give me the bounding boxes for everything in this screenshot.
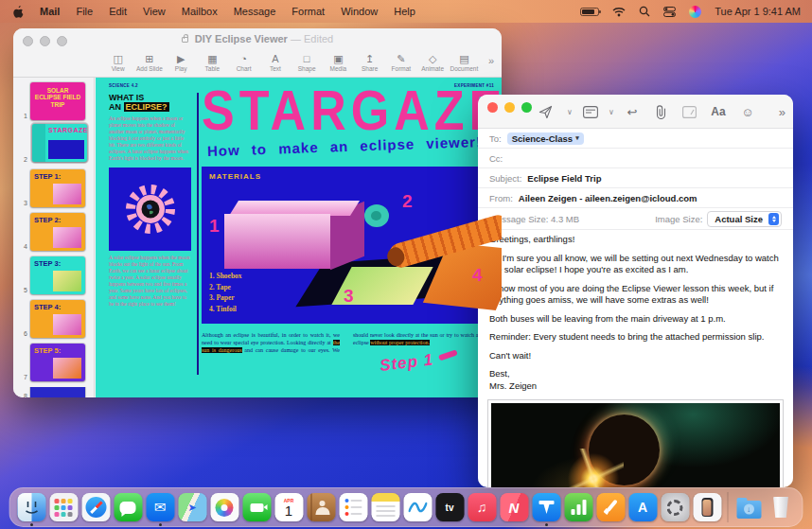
mail-toolbar: ∨ ∨ ↩ Aa ☺ »	[478, 95, 793, 129]
dock-downloads[interactable]	[734, 488, 764, 526]
animate-button[interactable]: ◇Animate	[418, 48, 448, 77]
materials-heading: MATERIALS	[209, 172, 261, 181]
message-body[interactable]: Greetings, earthlings! As I'm sure you a…	[478, 230, 793, 392]
fields-chevron-icon[interactable]: ∨	[605, 108, 618, 116]
dock-calendar[interactable]: APR1	[274, 488, 304, 526]
cc-field[interactable]: Cc:	[478, 149, 793, 168]
body-paragraph: Can't wait!	[489, 350, 782, 362]
body-paragraph: Greetings, earthlings!	[489, 234, 782, 246]
dock-mail[interactable]: ✉	[146, 488, 175, 526]
send-icon[interactable]	[531, 105, 559, 119]
dock-app-store[interactable]: A	[628, 488, 658, 526]
message-size-value: 4.3 MB	[551, 214, 579, 224]
dock-launchpad[interactable]	[49, 488, 79, 526]
table-button[interactable]: ▦Table	[198, 48, 227, 77]
shape-icon: □	[304, 53, 310, 64]
share-button[interactable]: ↥Share	[355, 48, 384, 77]
slide-paragraph-1: An eclipse happens when a moon or planet…	[109, 115, 191, 162]
dock-facetime[interactable]	[242, 488, 272, 526]
marker-dash-shape	[438, 349, 458, 361]
minimize-button[interactable]	[504, 102, 515, 113]
menu-view[interactable]: View	[143, 6, 166, 17]
mail-compose-window: ∨ ∨ ↩ Aa ☺ » To: Science-Class▾	[478, 95, 793, 487]
dock-messages[interactable]	[114, 488, 143, 526]
menu-format[interactable]: Format	[291, 6, 325, 17]
menu-file[interactable]: File	[76, 6, 93, 17]
toolbar-overflow-icon[interactable]: »	[488, 55, 494, 66]
from-field[interactable]: From: Aileen Zeigen - aileen.zeigen@iclo…	[478, 188, 793, 208]
reply-icon[interactable]: ↩	[618, 105, 646, 119]
view-button[interactable]: ◫View	[103, 48, 132, 77]
play-button[interactable]: ▶Play	[167, 48, 196, 77]
dock-notes[interactable]	[371, 488, 400, 526]
slide-thumbnail-2-selected[interactable]: 2 STARGAZER	[20, 126, 94, 164]
text-button[interactable]: AText	[260, 48, 290, 77]
body-paragraph: As I'm sure you all know, we will be set…	[489, 253, 782, 276]
markup-icon[interactable]	[675, 106, 703, 118]
menu-message[interactable]: Message	[234, 6, 276, 17]
dock-contacts[interactable]	[307, 488, 336, 526]
siri-icon[interactable]	[689, 6, 701, 18]
subject-field[interactable]: Subject: Eclipse Field Trip	[478, 168, 793, 188]
format-fonts-icon[interactable]: Aa	[703, 105, 733, 118]
chart-button[interactable]: ◔Chart	[229, 48, 258, 77]
dock-freeform[interactable]	[403, 488, 432, 526]
image-size-select[interactable]: Actual Size	[707, 211, 782, 227]
menu-app[interactable]: Mail	[40, 6, 60, 17]
dock-pages[interactable]	[596, 488, 626, 526]
document-button[interactable]: ▤Document	[450, 48, 479, 77]
dock-finder[interactable]	[17, 488, 46, 526]
recipient-token[interactable]: Science-Class▾	[507, 132, 584, 145]
search-icon[interactable]	[639, 6, 650, 17]
dock-iphone-mirroring[interactable]	[693, 488, 722, 526]
apple-menu-icon[interactable]	[11, 5, 24, 18]
close-button[interactable]	[487, 102, 498, 113]
dock-photos[interactable]	[210, 488, 239, 526]
dock-reminders[interactable]	[339, 488, 368, 526]
dock-news[interactable]: N	[500, 488, 529, 526]
attach-icon[interactable]	[646, 105, 675, 119]
menu-window[interactable]: Window	[341, 6, 378, 17]
battery-icon[interactable]	[580, 8, 599, 16]
wifi-icon[interactable]	[612, 7, 626, 17]
slide-thumbnail-6[interactable]: 6 STEP 4:	[20, 300, 94, 338]
header-fields-icon[interactable]	[578, 106, 603, 118]
body-paragraph: Both buses will be leaving from the main…	[489, 313, 782, 326]
add-slide-button[interactable]: ⊞Add Slide	[134, 48, 164, 77]
dock-system-settings[interactable]	[661, 488, 690, 526]
menu-edit[interactable]: Edit	[109, 6, 127, 17]
menu-help[interactable]: Help	[394, 6, 415, 17]
dock-tv[interactable]: tv	[435, 488, 465, 526]
dock-music[interactable]: ♫	[468, 488, 497, 526]
slide-thumbnail-7[interactable]: 7 STEP 5:	[20, 344, 94, 381]
attached-eclipse-photo[interactable]	[487, 399, 784, 487]
format-button[interactable]: ✎Format	[386, 48, 415, 77]
menu-bar-clock[interactable]: Tue Apr 1 9:41 AM	[715, 6, 801, 17]
slide-science-label: SCIENCE 4.2	[109, 83, 138, 88]
slide-thumbnail-1[interactable]: 1 SOLAR ECLIPSE FIELD TRIP	[20, 82, 94, 120]
slide-thumbnail-5[interactable]: 5 STEP 3:	[20, 256, 94, 294]
dock-separator	[728, 492, 729, 522]
slide-thumbnail-4[interactable]: 4 STEP 2:	[20, 213, 94, 251]
dock-numbers[interactable]	[564, 488, 593, 526]
dock-keynote[interactable]	[532, 488, 561, 526]
slide-canvas[interactable]: SCIENCE 4.2 EXPERIMENT #11 WHAT IS AN EC…	[96, 78, 502, 397]
slide-question-heading: WHAT IS AN ECLIPSE?	[109, 93, 191, 112]
body-paragraph: I know most of you are doing the Eclipse…	[489, 283, 782, 307]
dock-safari[interactable]	[81, 488, 111, 526]
material-number-2: 2	[402, 191, 413, 212]
slide-thumbnail-3[interactable]: 3 STEP 1:	[20, 169, 94, 207]
dock-maps[interactable]: ➤	[178, 488, 207, 526]
slide-thumbnail-8[interactable]: 8 DID YOU KNOW	[20, 387, 94, 397]
emoji-icon[interactable]: ☺	[733, 105, 762, 119]
play-icon: ▶	[177, 53, 185, 64]
control-center-icon[interactable]	[663, 7, 676, 17]
shape-button[interactable]: □Shape	[292, 48, 322, 77]
stepper-icon	[768, 213, 779, 225]
send-options-chevron-icon[interactable]: ∨	[561, 108, 578, 116]
menu-mailbox[interactable]: Mailbox	[182, 6, 218, 17]
toolbar-overflow-icon[interactable]: »	[779, 105, 786, 119]
dock-trash[interactable]	[767, 488, 796, 526]
media-button[interactable]: ▣Media	[324, 48, 353, 77]
to-field[interactable]: To: Science-Class▾	[478, 129, 793, 149]
